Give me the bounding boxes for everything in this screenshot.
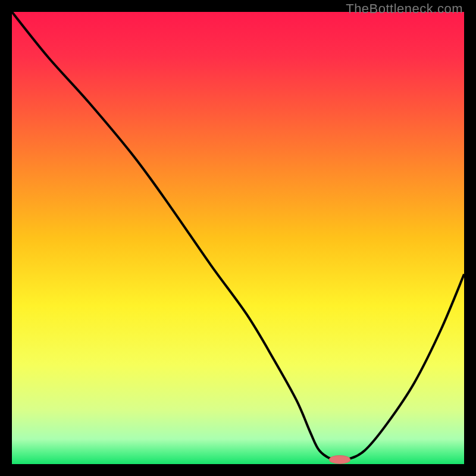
optimal-marker (330, 456, 350, 464)
watermark-text: TheBottleneck.com (346, 1, 463, 17)
chart-svg (12, 12, 464, 464)
chart-frame: TheBottleneck.com (0, 0, 476, 476)
gradient-background (12, 12, 464, 464)
plot-area (12, 12, 464, 464)
